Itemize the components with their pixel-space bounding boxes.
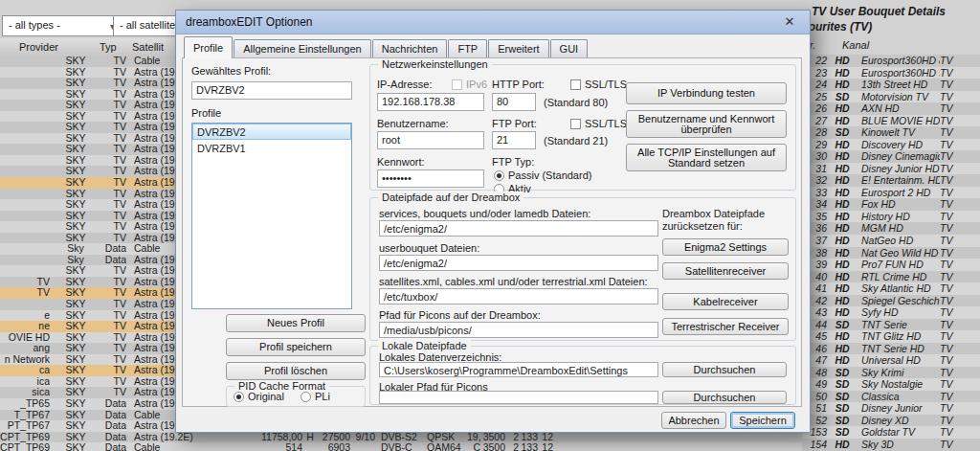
bouquet-row[interactable]: 33 HD Eurosport 2 HD TV — [802, 187, 980, 199]
check-credentials-button[interactable]: Benutzername und Kennwort überprüfen — [626, 110, 787, 138]
new-profile-button[interactable]: Neues Profil — [226, 314, 366, 332]
local-data-dir-input[interactable]: C:\Users\koserg\Programme\DreamboxEdit\S… — [379, 362, 658, 377]
http-port-hint: (Standard 80) — [544, 97, 608, 108]
enigma2-settings-button[interactable]: Enigma2 Settings — [662, 238, 789, 256]
bouquet-row[interactable]: 52 SD Disney XD TV — [802, 415, 980, 427]
tab[interactable]: Erweitert — [488, 39, 548, 58]
bouquet-row[interactable]: 37 HD NatGeo HD TV — [802, 235, 980, 247]
bouquet-row[interactable]: 154 HD Sky 3D TV — [802, 439, 980, 451]
bouquet-row[interactable]: 24 HD 13th Street HD TV — [802, 79, 980, 91]
bouquet-row[interactable]: 31 HD Disney Junior HD TV — [802, 163, 980, 175]
bouquet-row[interactable]: 30 HD Disney Cinemagic HD TV — [802, 150, 980, 163]
bouquet-row[interactable]: 26 HD AXN HD TV — [802, 102, 980, 115]
bouquet-row[interactable]: 23 HD Eurosport360HD 9 TV — [802, 67, 980, 79]
profile-list-item[interactable]: DVRZBV1 — [192, 140, 351, 156]
bouquet-row[interactable]: 49 SD Sky Nostalgie TV — [802, 378, 980, 391]
column-header-provider[interactable]: Provider — [19, 38, 58, 56]
bouquet-row[interactable]: 45 HD TNT Glitz HD TV — [802, 330, 980, 343]
save-button[interactable]: Speichern — [730, 412, 795, 429]
bouquet-row[interactable]: 42 HD Spiegel Geschichte HD TV — [802, 295, 980, 307]
username-input[interactable]: root — [377, 131, 484, 149]
type-filter-dropdown[interactable]: - all types - ▾ — [2, 15, 119, 36]
quality-badge: HD — [829, 55, 856, 67]
bouquet-row[interactable]: 34 HD Fox HD TV — [802, 198, 980, 211]
selected-profile-input[interactable]: DVRZBV2 — [191, 81, 352, 100]
password-input[interactable]: •••••••• — [377, 169, 484, 188]
tab[interactable]: Allgemeine Einstellungen — [234, 39, 371, 58]
pid-original-radio[interactable] — [234, 392, 244, 402]
delete-profile-button[interactable]: Profil löschen — [226, 362, 366, 380]
save-profile-button[interactable]: Profil speichern — [226, 338, 366, 356]
tab[interactable]: Nachrichten — [372, 39, 448, 58]
http-ssl-checkbox[interactable] — [570, 79, 581, 90]
http-port-label: HTTP Port: — [492, 79, 545, 90]
http-port-input[interactable]: 80 — [492, 93, 536, 111]
column-header-typ[interactable]: Typ — [100, 38, 117, 56]
browse-picons-button[interactable]: Durchsuchen — [662, 391, 787, 404]
local-picons-input[interactable] — [379, 391, 658, 404]
userbouquet-path-label: userbouquet Dateien: — [379, 242, 479, 254]
quality-badge: HD — [829, 211, 856, 223]
cancel-button[interactable]: Abbrechen — [661, 412, 726, 429]
ftp-passive-radio[interactable] — [494, 170, 504, 181]
quality-badge: HD — [829, 198, 856, 211]
bouquet-row[interactable]: 46 HD TNT Serie HD TV — [802, 343, 980, 355]
column-header-satellit[interactable]: Satellit — [132, 38, 164, 56]
bouquet-row[interactable]: 38 HD Nat Geo Wild HD TV — [802, 247, 980, 259]
profile-list-item[interactable]: DVRZBV2 — [192, 124, 351, 140]
quality-badge: HD — [829, 295, 856, 307]
column-header-kanal[interactable]: Kanal — [842, 39, 869, 51]
profile-list-label: Profile — [191, 107, 221, 119]
ipv6-checkbox[interactable] — [452, 79, 462, 90]
bouquet-row[interactable]: 32 HD E! Entertainm. HD TV — [802, 174, 980, 187]
services-path-input[interactable]: /etc/enigma2/ — [379, 220, 658, 237]
bouquet-row[interactable]: 28 SD Kinowelt TV TV — [802, 126, 980, 139]
bouquet-row[interactable]: 153 SD Goldstar TV TV — [802, 426, 980, 439]
quality-badge: HD — [829, 247, 856, 259]
bouquet-row[interactable]: 36 HD MGM HD TV — [802, 222, 980, 235]
bouquet-row[interactable]: 48 SD Sky Krimi TV — [802, 367, 980, 379]
quality-badge: HD — [829, 306, 856, 319]
bouquet-row[interactable]: 51 SD Disney Junior TV — [802, 402, 980, 415]
bouquet-row[interactable]: 39 HD Pro7 FUN HD TV — [802, 259, 980, 271]
test-ip-button[interactable]: IP Verbindung testen — [626, 82, 787, 104]
bouquet-row[interactable]: 40 HD RTL Crime HD TV — [802, 271, 980, 283]
local-paths-legend: Lokale Dateipfade — [378, 340, 471, 351]
table-row[interactable]: CPT_TP69 SKY Data Astra (19.2E) 11758,00… — [0, 432, 802, 443]
bouquet-row[interactable]: 47 HD Universal HD TV — [802, 354, 980, 367]
pid-pli-radio[interactable] — [301, 392, 311, 402]
quality-badge: HD — [829, 439, 856, 451]
cable-receiver-button[interactable]: Kabelreceiver — [662, 293, 789, 310]
dialog-titlebar[interactable]: dreamboxEDIT Optionen ✕ — [176, 11, 810, 34]
bouquet-row[interactable]: 29 HD Discovery HD TV — [802, 139, 980, 151]
close-icon[interactable]: ✕ — [781, 13, 798, 31]
tab[interactable]: FTP — [448, 39, 487, 58]
ftp-port-input[interactable]: 21 — [492, 131, 536, 149]
tab[interactable]: GUI — [550, 39, 589, 58]
satellite-receiver-button[interactable]: Satellitenreceiver — [662, 262, 789, 280]
quality-badge: SD — [829, 319, 856, 331]
ftp-ssl-checkbox[interactable] — [570, 119, 581, 129]
ip-address-input[interactable]: 192.168.178.38 — [377, 93, 484, 111]
bouquet-row[interactable]: 44 SD TNT Serie TV — [802, 319, 980, 331]
userbouquet-path-input[interactable]: /etc/enigma2/ — [379, 255, 658, 271]
quality-badge: HD — [829, 343, 856, 355]
bouquet-row[interactable]: 41 HD Sky Atlantic HD TV — [802, 282, 980, 295]
bouquet-row[interactable]: 35 HD History HD TV — [802, 211, 980, 223]
tab[interactable]: Profile — [184, 36, 233, 58]
satellites-path-input[interactable]: /etc/tuxbox/ — [379, 288, 658, 304]
type-filter-value: - all types - — [9, 19, 60, 31]
bouquet-row[interactable]: 43 HD Syfy HD TV — [802, 306, 980, 319]
bouquet-row[interactable]: 50 SD Classica TV — [802, 391, 980, 403]
browse-data-dir-button[interactable]: Durchsuchen — [662, 362, 787, 377]
quality-badge: HD — [829, 330, 856, 343]
table-row[interactable]: CPT_TP69 SKY Data Cable 514 6903 DVB-C Q… — [0, 442, 802, 451]
picons-path-input[interactable]: /media/usb/picons/ — [379, 322, 658, 338]
terrestrial-receiver-button[interactable]: Terrestrischer Receiver — [662, 318, 789, 335]
profile-listbox[interactable]: DVRZBV2DVRZBV1 — [191, 123, 352, 309]
ipv6-label: IPv6 — [466, 79, 487, 90]
bouquet-row[interactable]: 22 HD Eurosport360HD 8 TV — [802, 55, 980, 67]
reset-tcpip-button[interactable]: Alle TCP/IP Einstellungen auf Standard s… — [626, 144, 787, 171]
bouquet-row[interactable]: 27 HD BLUE MOVIE HD TV — [802, 115, 980, 127]
bouquet-row[interactable]: 25 SD Motorvision TV TV — [802, 91, 980, 103]
